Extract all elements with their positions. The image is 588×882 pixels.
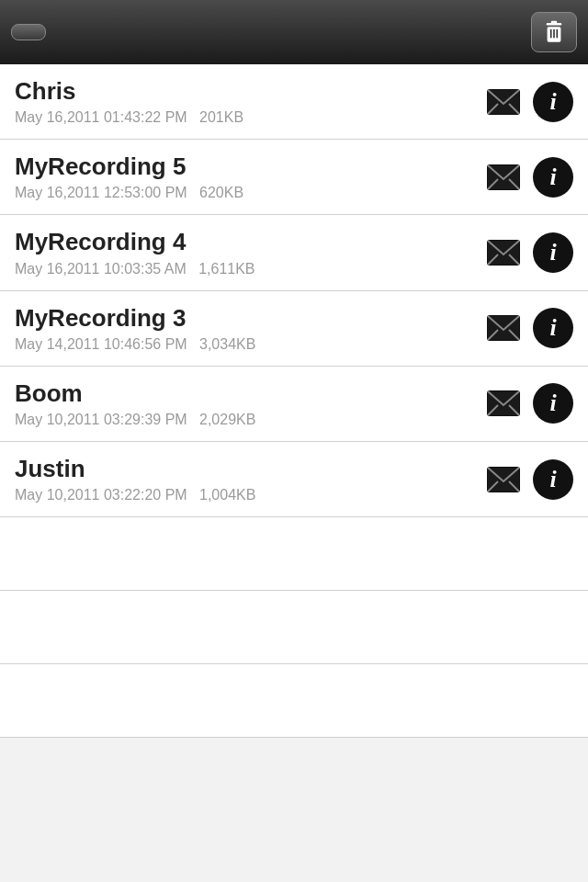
close-button[interactable] bbox=[11, 24, 46, 40]
recording-name: Boom bbox=[15, 379, 483, 408]
recording-info: Boom May 10,2011 03:29:39 PM 2,029KB bbox=[15, 379, 483, 428]
recording-meta: May 16,2011 10:03:35 AM 1,611KB bbox=[15, 261, 483, 277]
info-icon-label: i bbox=[549, 165, 556, 189]
trash-icon bbox=[541, 19, 567, 45]
info-button[interactable]: i bbox=[533, 383, 573, 424]
recording-name: MyRecording 5 bbox=[15, 153, 483, 181]
recording-info: MyRecording 3 May 14,2011 10:46:56 PM 3,… bbox=[15, 304, 483, 353]
svg-rect-4 bbox=[553, 29, 555, 39]
recording-actions: i bbox=[483, 383, 573, 424]
recordings-list: Chris May 16,2011 01:43:22 PM 201KB bbox=[0, 64, 588, 738]
recording-meta: May 16,2011 12:53:00 PM 620KB bbox=[15, 185, 483, 201]
recording-name: Chris bbox=[15, 77, 483, 106]
info-icon-label: i bbox=[549, 90, 556, 114]
info-button[interactable]: i bbox=[533, 157, 573, 198]
recording-actions: i bbox=[483, 157, 573, 198]
recording-info: MyRecording 5 May 16,2011 12:53:00 PM 62… bbox=[15, 153, 483, 201]
list-item[interactable]: MyRecording 3 May 14,2011 10:46:56 PM 3,… bbox=[0, 291, 588, 367]
envelope-icon bbox=[487, 164, 520, 190]
recording-meta: May 16,2011 01:43:22 PM 201KB bbox=[15, 109, 483, 126]
info-icon-label: i bbox=[549, 391, 556, 415]
recording-name: MyRecording 4 bbox=[15, 228, 483, 256]
recording-actions: i bbox=[483, 232, 573, 273]
info-icon-label: i bbox=[549, 241, 556, 265]
list-item[interactable]: Justin May 10,2011 03:22:20 PM 1,004KB bbox=[0, 442, 588, 517]
email-button[interactable] bbox=[483, 459, 524, 500]
recording-name: Justin bbox=[15, 455, 483, 483]
envelope-icon bbox=[487, 240, 520, 266]
info-icon-label: i bbox=[549, 316, 556, 340]
recording-meta: May 14,2011 10:46:56 PM 3,034KB bbox=[15, 336, 483, 353]
empty-row bbox=[0, 517, 588, 591]
recording-actions: i bbox=[483, 459, 573, 500]
list-item[interactable]: Chris May 16,2011 01:43:22 PM 201KB bbox=[0, 64, 588, 140]
list-item[interactable]: MyRecording 4 May 16,2011 10:03:35 AM 1,… bbox=[0, 215, 588, 290]
delete-button[interactable] bbox=[531, 12, 577, 52]
info-icon-label: i bbox=[549, 468, 556, 492]
envelope-icon bbox=[487, 89, 520, 115]
envelope-icon bbox=[487, 390, 520, 416]
svg-rect-0 bbox=[547, 23, 561, 25]
recording-meta: May 10,2011 03:22:20 PM 1,004KB bbox=[15, 487, 483, 503]
envelope-icon bbox=[487, 315, 520, 341]
recording-info: Chris May 16,2011 01:43:22 PM 201KB bbox=[15, 77, 483, 126]
info-button[interactable]: i bbox=[533, 232, 573, 273]
svg-rect-3 bbox=[550, 29, 552, 39]
recording-actions: i bbox=[483, 308, 573, 348]
email-button[interactable] bbox=[483, 383, 524, 424]
recording-meta: May 10,2011 03:29:39 PM 2,029KB bbox=[15, 412, 483, 428]
email-button[interactable] bbox=[483, 308, 524, 348]
svg-rect-1 bbox=[551, 21, 558, 23]
recording-info: MyRecording 4 May 16,2011 10:03:35 AM 1,… bbox=[15, 228, 483, 277]
list-item[interactable]: Boom May 10,2011 03:29:39 PM 2,029KB bbox=[0, 367, 588, 442]
list-item[interactable]: MyRecording 5 May 16,2011 12:53:00 PM 62… bbox=[0, 140, 588, 215]
empty-row bbox=[0, 591, 588, 664]
email-button[interactable] bbox=[483, 157, 524, 198]
recording-name: MyRecording 3 bbox=[15, 304, 483, 333]
info-button[interactable]: i bbox=[533, 459, 573, 500]
recording-info: Justin May 10,2011 03:22:20 PM 1,004KB bbox=[15, 455, 483, 503]
empty-row bbox=[0, 664, 588, 738]
recording-actions: i bbox=[483, 82, 573, 122]
email-button[interactable] bbox=[483, 82, 524, 122]
envelope-icon bbox=[487, 467, 520, 492]
header bbox=[0, 0, 588, 64]
svg-rect-5 bbox=[556, 29, 558, 39]
info-button[interactable]: i bbox=[533, 308, 573, 348]
email-button[interactable] bbox=[483, 232, 524, 273]
info-button[interactable]: i bbox=[533, 82, 573, 122]
